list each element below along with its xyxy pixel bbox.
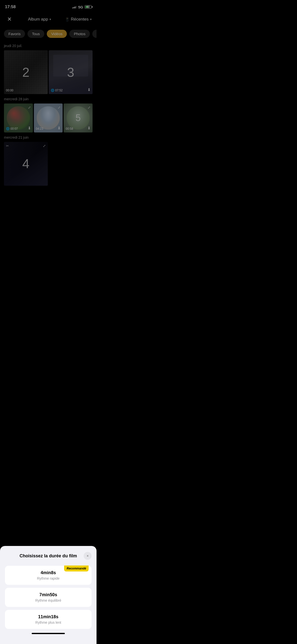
- dim-overlay: [0, 0, 96, 209]
